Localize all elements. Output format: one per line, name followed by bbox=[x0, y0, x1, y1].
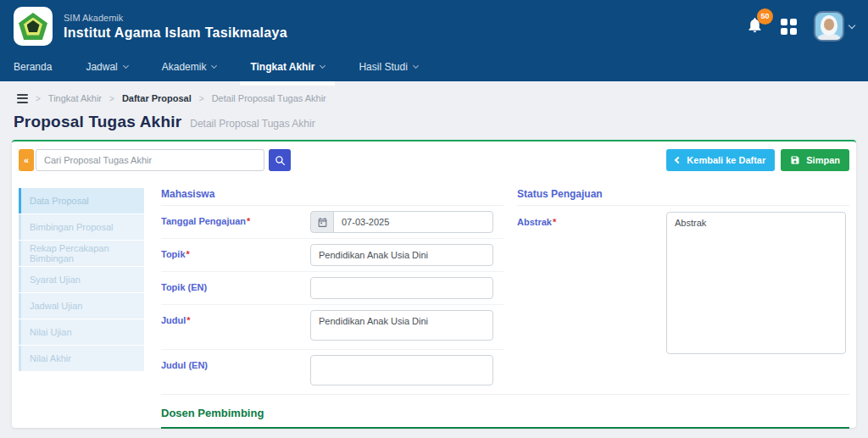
date-input-group bbox=[310, 211, 493, 233]
breadcrumb-separator: > bbox=[36, 94, 41, 103]
save-button[interactable]: Simpan bbox=[781, 149, 849, 171]
page-subtitle: Detail Proposal Tugas Akhir bbox=[190, 118, 314, 130]
menu-icon[interactable] bbox=[17, 94, 28, 103]
main-nav: Beranda Jadwal Akademik Tingkat Akhir Ha… bbox=[0, 53, 868, 81]
app-name: SIM Akademik bbox=[64, 13, 287, 23]
breadcrumb-tingkat-akhir[interactable]: Tingkat Akhir bbox=[48, 93, 102, 103]
breadcrumb-current: Detail Proposal Tugas Akhir bbox=[212, 93, 326, 103]
sidebar-item-data-proposal[interactable]: Data Proposal bbox=[19, 188, 144, 213]
field-label: Judul (EN) bbox=[161, 352, 310, 370]
apps-grid-button[interactable] bbox=[781, 19, 797, 35]
dosen-pembimbing-section: Dosen Pembimbing Mahasiswa ini belum mem… bbox=[161, 400, 849, 438]
nav-item-tingkat-akhir[interactable]: Tingkat Akhir bbox=[233, 53, 342, 81]
sidebar-item-syarat-ujian[interactable]: Syarat Ujian bbox=[19, 267, 144, 292]
chevron-down-icon bbox=[211, 63, 217, 69]
status-pengajuan-heading: Status Pengajuan bbox=[517, 188, 849, 206]
search-button[interactable] bbox=[269, 149, 291, 171]
field-control: Pendidikan Anak Usia Dini bbox=[310, 308, 504, 347]
nav-item-akademik[interactable]: Akademik bbox=[145, 53, 234, 81]
grid-square bbox=[781, 19, 787, 25]
user-menu[interactable] bbox=[814, 11, 854, 42]
mahasiswa-column: Mahasiswa Tanggal Pengajuan* bbox=[161, 188, 504, 394]
brand-block: SIM Akademik Institut Agama Islam Tasikm… bbox=[64, 13, 287, 41]
field-control bbox=[310, 241, 504, 269]
sidebar-item-nilai-ujian[interactable]: Nilai Ujian bbox=[19, 319, 144, 345]
required-asterisk: * bbox=[186, 249, 190, 259]
nav-label: Hasil Studi bbox=[359, 61, 407, 73]
top-bar: SIM Akademik Institut Agama Islam Tasikm… bbox=[0, 0, 868, 53]
nav-item-jadwal[interactable]: Jadwal bbox=[69, 53, 144, 81]
chevron-down-icon bbox=[320, 63, 326, 69]
breadcrumb-daftar-proposal[interactable]: Daftar Proposal bbox=[122, 93, 192, 103]
chevron-down-icon bbox=[413, 63, 419, 69]
nav-item-hasil-studi[interactable]: Hasil Studi bbox=[342, 53, 434, 81]
nav-item-beranda[interactable]: Beranda bbox=[14, 53, 69, 81]
field-label: Judul* bbox=[161, 308, 310, 325]
topik-input[interactable] bbox=[310, 244, 493, 266]
nav-label: Akademik bbox=[162, 61, 207, 73]
required-asterisk: * bbox=[553, 217, 556, 227]
sidebar-item-bimbingan-proposal[interactable]: Bimbingan Proposal bbox=[19, 214, 144, 240]
breadcrumb: > Tingkat Akhir > Daftar Proposal > Deta… bbox=[0, 81, 868, 103]
back-button-label: Kembali ke Daftar bbox=[687, 155, 765, 165]
page-title: Proposal Tugas Akhir bbox=[14, 113, 181, 131]
field-row-topik-en: Topik (EN) bbox=[161, 272, 504, 305]
status-pengajuan-column: Status Pengajuan Abstrak* Abstrak bbox=[517, 188, 849, 394]
back-to-list-button[interactable]: Kembali ke Daftar bbox=[666, 149, 775, 171]
avatar bbox=[814, 11, 844, 42]
dosen-pembimbing-heading: Dosen Pembimbing bbox=[161, 400, 264, 419]
tanggal-pengajuan-input[interactable] bbox=[333, 211, 493, 233]
notifications-button[interactable]: 50 bbox=[746, 16, 764, 37]
save-icon bbox=[790, 155, 800, 165]
field-label: Tanggal Pengajuan* bbox=[161, 208, 310, 226]
topik-en-input[interactable] bbox=[310, 277, 493, 299]
field-row-judul-en: Judul (EN) bbox=[161, 350, 504, 394]
field-label: Abstrak* bbox=[517, 209, 666, 227]
mahasiswa-heading: Mahasiswa bbox=[161, 188, 504, 206]
search-input[interactable] bbox=[36, 149, 264, 171]
field-label: Topik* bbox=[161, 241, 310, 259]
breadcrumb-separator: > bbox=[199, 94, 204, 103]
section-underline bbox=[161, 427, 849, 429]
card-toolbar: « Kembali ke Daftar Simpan bbox=[19, 141, 849, 171]
save-button-label: Simpan bbox=[806, 155, 840, 165]
institution-logo bbox=[14, 7, 53, 46]
form-columns: Mahasiswa Tanggal Pengajuan* bbox=[161, 188, 849, 395]
chevron-left-icon bbox=[675, 157, 682, 164]
notification-count-badge: 50 bbox=[757, 8, 773, 25]
search-icon bbox=[275, 155, 286, 166]
logo-pentagon-ring bbox=[24, 18, 42, 36]
field-row-tanggal-pengajuan: Tanggal Pengajuan* bbox=[161, 206, 504, 239]
judul-en-textarea[interactable] bbox=[310, 355, 493, 385]
breadcrumb-separator: > bbox=[109, 94, 114, 103]
institution-name: Institut Agama Islam Tasikmalaya bbox=[64, 25, 287, 41]
sidebar-item-nilai-akhir[interactable]: Nilai Akhir bbox=[19, 346, 144, 371]
required-asterisk: * bbox=[186, 315, 190, 325]
title-row: Proposal Tugas Akhir Detail Proposal Tug… bbox=[0, 103, 868, 131]
detail-side-nav: Data Proposal Bimbingan Proposal Rekap P… bbox=[19, 188, 144, 438]
sidebar-item-rekap-percakapan[interactable]: Rekap Percakapan Bimbingan bbox=[19, 241, 144, 266]
required-asterisk: * bbox=[247, 216, 250, 226]
field-label: Topik (EN) bbox=[161, 274, 310, 292]
calendar-icon bbox=[310, 211, 334, 233]
nav-label: Jadwal bbox=[86, 61, 117, 73]
field-row-topik: Topik* bbox=[161, 239, 504, 272]
action-buttons: Kembali ke Daftar Simpan bbox=[666, 149, 849, 171]
chevron-down-icon bbox=[123, 63, 129, 69]
field-row-abstrak: Abstrak* Abstrak bbox=[517, 206, 849, 363]
nav-label: Tingkat Akhir bbox=[250, 61, 314, 73]
nav-label: Beranda bbox=[14, 61, 52, 73]
judul-textarea[interactable]: Pendidikan Anak Usia Dini bbox=[310, 310, 493, 341]
top-actions: 50 bbox=[746, 11, 854, 42]
card-content: Data Proposal Bimbingan Proposal Rekap P… bbox=[19, 188, 849, 438]
abstrak-textarea[interactable]: Abstrak bbox=[666, 212, 846, 354]
grid-square bbox=[790, 28, 797, 35]
grid-square bbox=[781, 28, 787, 35]
grid-square bbox=[790, 19, 797, 25]
chevron-down-icon bbox=[849, 21, 855, 28]
field-control: Abstrak bbox=[666, 209, 849, 360]
field-row-judul: Judul* Pendidikan Anak Usia Dini bbox=[161, 305, 504, 350]
search-group: « bbox=[19, 149, 291, 171]
collapse-button[interactable]: « bbox=[19, 149, 34, 171]
sidebar-item-jadwal-ujian[interactable]: Jadwal Ujian bbox=[19, 293, 144, 319]
